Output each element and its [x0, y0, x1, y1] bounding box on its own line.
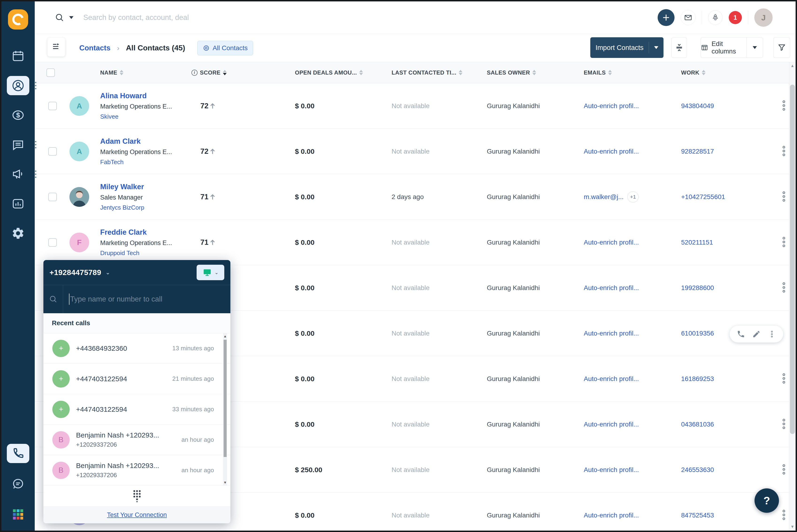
sidebar-item-conversations[interactable]: [7, 135, 29, 154]
quick-add-button[interactable]: [657, 9, 674, 26]
recent-call-item[interactable]: + +447403122594 33 minutes ago: [43, 394, 230, 424]
contact-company-link[interactable]: Jentycs BizCorp: [100, 204, 144, 211]
recent-call-item[interactable]: + +447403122594 21 minutes ago: [43, 364, 230, 394]
work-phone-link[interactable]: +10427255601: [681, 193, 725, 201]
caller-id-number[interactable]: +19284475789: [50, 268, 101, 277]
recent-call-item[interactable]: B Benjamin Nash +120293... +12029337206 …: [43, 424, 230, 455]
select-all-checkbox[interactable]: [47, 69, 55, 77]
work-phone-link[interactable]: 610019356: [681, 330, 714, 337]
row-menu-icon[interactable]: [780, 235, 787, 249]
conversations-menu-dots-icon[interactable]: [35, 141, 36, 148]
caller-id-caret-icon[interactable]: ⌄: [105, 269, 110, 276]
contact-name-link[interactable]: Alina Howard: [100, 92, 172, 100]
row-checkbox[interactable]: [48, 193, 57, 201]
edit-action-icon[interactable]: [752, 330, 761, 338]
column-header-sales-owner[interactable]: SALES OWNER: [487, 62, 536, 83]
import-dropdown-caret-icon[interactable]: [654, 46, 659, 49]
scroll-up-arrow-icon[interactable]: ▲: [789, 63, 796, 68]
edit-columns-button[interactable]: Edit columns: [701, 38, 747, 58]
sort-icon[interactable]: [608, 70, 612, 75]
scrollbar-thumb[interactable]: [790, 84, 795, 434]
sort-icon[interactable]: [359, 70, 363, 75]
vertical-scrollbar[interactable]: ▲ ▼: [789, 62, 796, 531]
sidebar-item-calendar[interactable]: [7, 46, 29, 65]
row-checkbox[interactable]: [48, 238, 57, 247]
work-phone-link[interactable]: 043681036: [681, 421, 714, 428]
email-count-badge[interactable]: +1: [627, 191, 638, 203]
email-link[interactable]: Auto-enrich profil...: [584, 375, 639, 383]
row-menu-icon[interactable]: [780, 463, 787, 477]
table-row[interactable]: F Freddie Clark Marketing Operations E..…: [35, 220, 789, 265]
recent-call-item[interactable]: B Benjamin Nash +120293... +12029337206 …: [43, 455, 230, 486]
contact-company-link[interactable]: FabTech: [100, 158, 172, 166]
email-link[interactable]: Auto-enrich profil...: [584, 102, 639, 110]
contacts-menu-dots-icon[interactable]: [35, 82, 36, 89]
info-icon[interactable]: i: [191, 70, 198, 76]
dialer-search-input[interactable]: [63, 285, 230, 313]
sidebar-item-app-switcher[interactable]: [7, 505, 29, 524]
column-header-open-deals[interactable]: OPEN DEALS AMOU...: [295, 62, 363, 83]
row-menu-icon[interactable]: [780, 417, 787, 432]
sidebar-item-freshchat[interactable]: [7, 474, 29, 494]
sidebar-item-campaigns[interactable]: [7, 165, 29, 184]
freshworks-logo-icon[interactable]: [8, 10, 28, 30]
sidebar-item-contacts[interactable]: [7, 76, 29, 95]
contact-name-link[interactable]: Miley Walker: [100, 183, 144, 191]
import-contacts-button[interactable]: Import Contacts: [590, 37, 664, 58]
email-link[interactable]: m.walker@j...: [584, 193, 624, 201]
contact-company-link[interactable]: Druppoid Tech: [100, 249, 172, 257]
dialer-scroll-down-icon[interactable]: ▼: [223, 480, 227, 484]
sidebar-item-analytics[interactable]: [7, 194, 29, 213]
work-phone-link[interactable]: 520211151: [681, 239, 713, 246]
campaigns-menu-dots-icon[interactable]: [35, 170, 36, 178]
sort-icon-active[interactable]: [223, 70, 227, 75]
table-row[interactable]: A Adam Clark Marketing Operations E... F…: [35, 129, 789, 174]
search-icon[interactable]: [55, 13, 64, 22]
column-header-score[interactable]: i SCORE: [191, 62, 227, 83]
dialer-scrollbar-thumb[interactable]: [224, 340, 227, 457]
notification-badge[interactable]: 1: [729, 11, 742, 24]
email-link[interactable]: Auto-enrich profil...: [584, 284, 639, 292]
audio-device-button[interactable]: ⌄: [197, 265, 224, 280]
email-link[interactable]: Auto-enrich profil...: [584, 512, 639, 519]
sort-icon[interactable]: [120, 70, 124, 75]
table-row[interactable]: A Alina Howard Marketing Operations E...…: [35, 83, 789, 129]
row-checkbox[interactable]: [48, 147, 57, 156]
work-phone-link[interactable]: 928228517: [681, 148, 714, 155]
sort-icon[interactable]: [702, 70, 705, 75]
more-actions-icon[interactable]: [768, 330, 776, 338]
user-avatar[interactable]: J: [754, 8, 773, 27]
work-phone-link[interactable]: 161869253: [681, 375, 714, 383]
help-button[interactable]: ?: [755, 488, 779, 513]
sidebar-item-settings[interactable]: [7, 224, 29, 243]
contact-name-link[interactable]: Freddie Clark: [100, 228, 172, 236]
search-scope-caret-icon[interactable]: [69, 16, 73, 19]
email-inbox-button[interactable]: [681, 10, 696, 25]
recent-call-item[interactable]: + +443684932360 13 minutes ago: [43, 333, 230, 364]
contact-name-link[interactable]: Adam Clark: [100, 137, 172, 146]
work-phone-link[interactable]: 943804049: [681, 102, 714, 110]
row-menu-icon[interactable]: [780, 99, 787, 113]
collapse-rows-button[interactable]: [671, 37, 687, 58]
dialer-scrollbar[interactable]: ▲ ▼: [223, 333, 227, 485]
sort-icon[interactable]: [532, 70, 536, 75]
row-menu-icon[interactable]: [780, 190, 787, 204]
row-menu-icon[interactable]: [780, 281, 787, 295]
sidebar-item-deals[interactable]: $: [7, 106, 29, 125]
test-connection-link[interactable]: Test Your Connection: [107, 511, 167, 519]
column-header-name[interactable]: NAME: [100, 62, 124, 83]
scroll-down-arrow-icon[interactable]: ▼: [789, 525, 796, 529]
contact-company-link[interactable]: Skivee: [100, 113, 172, 120]
sort-icon[interactable]: [459, 70, 462, 75]
row-menu-icon[interactable]: [780, 145, 787, 158]
row-checkbox[interactable]: [48, 102, 57, 110]
row-menu-icon[interactable]: [780, 372, 787, 386]
email-link[interactable]: Auto-enrich profil...: [584, 466, 639, 474]
table-row[interactable]: Miley Walker Sales Manager Jentycs BizCo…: [35, 174, 789, 220]
global-search-input[interactable]: [83, 13, 435, 22]
call-action-icon[interactable]: [737, 330, 745, 338]
edit-columns-dropdown[interactable]: [747, 38, 763, 58]
filter-button[interactable]: [773, 37, 790, 58]
work-phone-link[interactable]: 199288600: [681, 284, 714, 292]
dialer-scroll-up-icon[interactable]: ▲: [223, 334, 227, 338]
